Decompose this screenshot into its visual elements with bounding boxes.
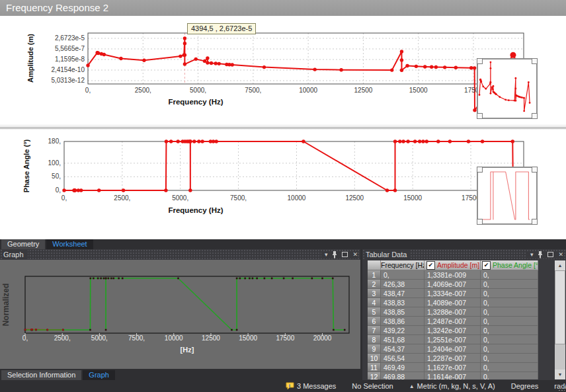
scrollbar-thumb[interactable] [555,270,565,344]
close-icon[interactable]: ✕ [352,251,358,258]
phase-cell[interactable]: 0, [481,289,538,298]
inset-handle[interactable] [532,167,538,173]
table-row[interactable]: 10456,541,2287e-0070, [368,354,538,363]
amplitude-overview-inset[interactable] [477,58,538,119]
scroll-up-icon[interactable]: ▲ [555,260,565,270]
inset-handle[interactable] [477,113,483,119]
inset-handle[interactable] [477,58,483,64]
table-row[interactable]: 7439,221,3242e-0070, [368,326,538,335]
row-number-cell[interactable]: 2 [368,280,381,289]
phase-overview-inset[interactable] [477,167,538,225]
inset-handle[interactable] [477,167,483,173]
amplitude-cell[interactable]: 1,4089e-007 [425,298,481,307]
row-number-cell[interactable]: 1 [368,270,381,280]
phase-column-header[interactable]: ✔ Phase Angle [°] [481,260,538,270]
chevron-down-icon[interactable]: ▾ [325,251,328,258]
phase-cell[interactable]: 0, [481,344,538,354]
row-number-cell[interactable]: 9 [368,344,381,354]
table-row[interactable]: 3438,471,3334e-0070, [368,289,538,298]
row-number-cell[interactable]: 4 [368,298,381,307]
tab-worksheet[interactable]: Worksheet [46,239,93,249]
amplitude-cell[interactable]: 1,1614e-007 [425,372,481,379]
phase-cell[interactable]: 0, [481,317,538,326]
pin-icon[interactable] [538,251,543,258]
resize-grip[interactable] [558,384,565,391]
angle-units-status[interactable]: Degrees [511,382,539,390]
amplitude-cell[interactable]: 1,2551e-007 [425,335,481,344]
row-number-cell[interactable]: 5 [368,307,381,317]
phase-cell[interactable]: 0, [481,372,538,379]
normalized-graph[interactable]: 0,2500,5000,7500,10000125001500017500200… [0,260,360,369]
frequency-cell[interactable]: 469,49 [381,363,425,372]
phase-cell[interactable]: 0, [481,298,538,307]
tab-geometry[interactable]: Geometry [1,239,45,249]
pin-icon[interactable] [332,251,337,258]
frequency-cell[interactable]: 438,47 [381,289,425,298]
maximize-icon[interactable] [342,252,348,257]
frequency-cell[interactable]: 469,88 [381,372,425,379]
table-row[interactable]: 2426,381,4069e-0070, [368,280,538,289]
amplitude-cell[interactable]: 1,2487e-007 [425,317,481,326]
amplitude-cell[interactable]: 1,2287e-007 [425,354,481,363]
inset-handle[interactable] [477,219,483,225]
frequency-cell[interactable]: 426,38 [381,280,425,289]
phase-cell[interactable]: 0, [481,326,538,335]
phase-cell[interactable]: 0, [481,270,538,280]
amplitude-cell[interactable]: 1,4069e-007 [425,280,481,289]
amplitude-checkbox[interactable]: ✔ [426,261,435,270]
phase-checkbox[interactable]: ✔ [482,261,491,270]
frequency-cell[interactable]: 456,54 [381,354,425,363]
chevron-down-icon[interactable]: ▾ [530,251,534,258]
phase-cell[interactable]: 0, [481,354,538,363]
amplitude-column-header[interactable]: ✔ Amplitude [m] [425,260,481,270]
row-number-cell[interactable]: 12 [368,372,381,379]
inset-handle[interactable] [532,113,538,119]
table-row[interactable]: 5438,851,3288e-0070, [368,307,538,317]
row-number-cell[interactable]: 11 [368,363,381,372]
phase-cell[interactable]: 0, [481,280,538,289]
frequency-cell[interactable]: 438,85 [381,307,425,317]
amplitude-cell[interactable]: 1,3288e-007 [425,307,481,317]
tab-selection-information[interactable]: Selection Information [1,370,81,380]
frequency-cell[interactable]: 439,22 [381,326,425,335]
phase-cell[interactable]: 0, [481,363,538,372]
close-icon[interactable]: ✕ [558,251,563,258]
frequency-cell[interactable]: 438,83 [381,298,425,307]
chart-divider[interactable] [0,124,566,130]
tab-graph[interactable]: Graph [83,370,115,380]
amplitude-cell[interactable]: 1,3242e-007 [425,326,481,335]
table-row[interactable]: 11469,491,1627e-0070, [368,363,538,372]
table-scrollbar[interactable]: ▲ ▼ [555,260,565,379]
svg-text:5000,: 5000, [172,194,188,202]
row-number-cell[interactable]: 6 [368,317,381,326]
amplitude-cell[interactable]: 1,3381e-009 [425,270,481,280]
table-row[interactable]: 8451,681,2551e-0070, [368,335,538,344]
row-number-cell[interactable]: 3 [368,289,381,298]
row-number-cell[interactable]: 7 [368,326,381,335]
table-row[interactable]: 6438,861,2487e-0070, [368,317,538,326]
phase-cell[interactable]: 0, [481,307,538,317]
table-row[interactable]: 12469,881,1614e-0070, [368,372,538,379]
row-number-cell[interactable]: 10 [368,354,381,363]
inset-handle[interactable] [532,219,538,225]
messages-status[interactable]: i 3 Messages [286,382,336,390]
table-row[interactable]: 10,1,3381e-0090, [368,270,538,280]
phase-cell[interactable]: 0, [481,335,538,344]
table-row[interactable]: 9454,371,2404e-0070, [368,344,538,354]
frequency-cell[interactable]: 0, [381,270,425,280]
svg-text:Normalized: Normalized [1,284,11,327]
amplitude-cell[interactable]: 1,1627e-007 [425,363,481,372]
frequency-cell[interactable]: 451,68 [381,335,425,344]
table-row[interactable]: 4438,831,4089e-0070, [368,298,538,307]
scroll-down-icon[interactable]: ▼ [555,370,565,379]
units-status[interactable]: ▲ Metric (m, kg, N, s, V, A) [409,382,495,390]
amplitude-cell[interactable]: 1,3334e-007 [425,289,481,298]
frequency-column-header[interactable]: Frequency [Hz] [381,260,425,270]
inset-handle[interactable] [532,58,538,64]
maximize-icon[interactable] [547,252,553,257]
status-bar: i 3 Messages No Selection ▲ Metric (m, k… [0,380,566,392]
frequency-cell[interactable]: 454,37 [381,344,425,354]
amplitude-cell[interactable]: 1,2404e-007 [425,344,481,354]
frequency-cell[interactable]: 438,86 [381,317,425,326]
row-number-cell[interactable]: 8 [368,335,381,344]
